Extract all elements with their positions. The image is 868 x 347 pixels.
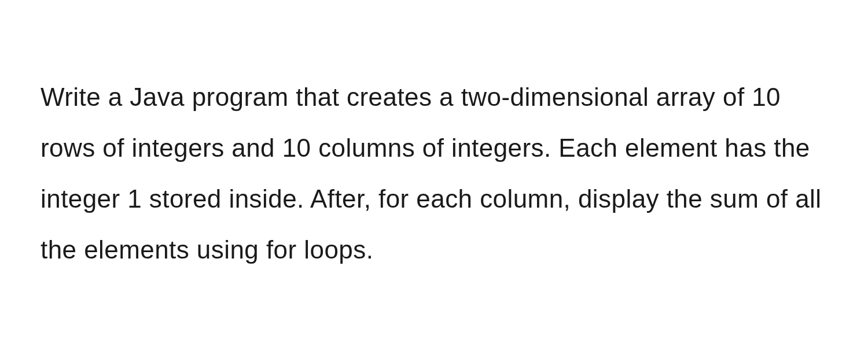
instruction-text: Write a Java program that creates a two-…: [41, 72, 827, 275]
